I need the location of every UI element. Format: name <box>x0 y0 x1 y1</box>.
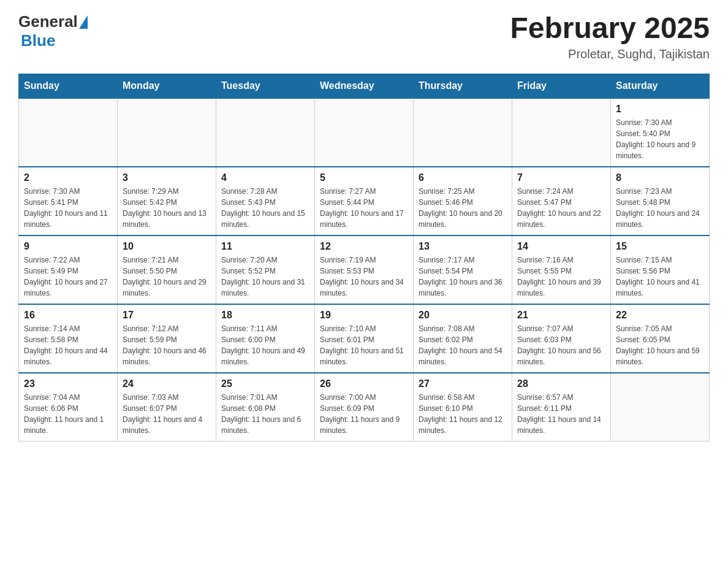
day-info: Sunrise: 7:17 AM Sunset: 5:54 PM Dayligh… <box>419 255 507 299</box>
day-number: 17 <box>123 310 211 321</box>
calendar-table: SundayMondayTuesdayWednesdayThursdayFrid… <box>18 74 710 442</box>
calendar-cell <box>19 98 118 167</box>
day-number: 18 <box>221 310 309 321</box>
weekday-header-tuesday: Tuesday <box>216 74 315 98</box>
calendar-cell: 5Sunrise: 7:27 AM Sunset: 5:44 PM Daylig… <box>315 167 414 236</box>
weekday-header-monday: Monday <box>118 74 216 98</box>
weekday-header-saturday: Saturday <box>611 74 710 98</box>
day-number: 5 <box>320 172 408 183</box>
day-number: 8 <box>616 172 704 183</box>
day-info: Sunrise: 7:20 AM Sunset: 5:52 PM Dayligh… <box>221 255 309 299</box>
day-number: 28 <box>517 378 605 389</box>
day-number: 27 <box>419 378 507 389</box>
day-info: Sunrise: 7:30 AM Sunset: 5:41 PM Dayligh… <box>24 186 112 230</box>
calendar-cell <box>315 98 414 167</box>
day-number: 9 <box>24 241 112 252</box>
day-info: Sunrise: 7:01 AM Sunset: 6:08 PM Dayligh… <box>221 392 309 436</box>
title-block: February 2025 Proletar, Sughd, Tajikista… <box>510 12 710 61</box>
day-number: 3 <box>123 172 211 183</box>
week-row-2: 2Sunrise: 7:30 AM Sunset: 5:41 PM Daylig… <box>19 167 710 236</box>
calendar-cell: 10Sunrise: 7:21 AM Sunset: 5:50 PM Dayli… <box>118 236 216 304</box>
calendar-cell <box>216 98 315 167</box>
day-number: 1 <box>616 104 704 115</box>
calendar-cell: 2Sunrise: 7:30 AM Sunset: 5:41 PM Daylig… <box>19 167 118 236</box>
weekday-header-row: SundayMondayTuesdayWednesdayThursdayFrid… <box>19 74 710 98</box>
day-info: Sunrise: 7:10 AM Sunset: 6:01 PM Dayligh… <box>320 323 408 367</box>
location-text: Proletar, Sughd, Tajikistan <box>510 47 710 61</box>
weekday-header-sunday: Sunday <box>19 74 118 98</box>
page-header: General Blue February 2025 Proletar, Sug… <box>18 12 710 61</box>
day-number: 2 <box>24 172 112 183</box>
day-info: Sunrise: 7:28 AM Sunset: 5:43 PM Dayligh… <box>221 186 309 230</box>
week-row-4: 16Sunrise: 7:14 AM Sunset: 5:58 PM Dayli… <box>19 304 710 373</box>
day-number: 24 <box>123 378 211 389</box>
logo: General Blue <box>18 12 88 50</box>
week-row-1: 1Sunrise: 7:30 AM Sunset: 5:40 PM Daylig… <box>19 98 710 167</box>
calendar-cell: 9Sunrise: 7:22 AM Sunset: 5:49 PM Daylig… <box>19 236 118 304</box>
calendar-cell: 26Sunrise: 7:00 AM Sunset: 6:09 PM Dayli… <box>315 373 414 442</box>
day-info: Sunrise: 7:24 AM Sunset: 5:47 PM Dayligh… <box>517 186 605 230</box>
day-number: 25 <box>221 378 309 389</box>
calendar-cell <box>611 373 710 442</box>
day-info: Sunrise: 7:07 AM Sunset: 6:03 PM Dayligh… <box>517 323 605 367</box>
day-info: Sunrise: 7:11 AM Sunset: 6:00 PM Dayligh… <box>221 323 309 367</box>
weekday-header-thursday: Thursday <box>414 74 512 98</box>
calendar-cell: 12Sunrise: 7:19 AM Sunset: 5:53 PM Dayli… <box>315 236 414 304</box>
calendar-cell: 8Sunrise: 7:23 AM Sunset: 5:48 PM Daylig… <box>611 167 710 236</box>
day-info: Sunrise: 7:30 AM Sunset: 5:40 PM Dayligh… <box>616 117 704 161</box>
day-info: Sunrise: 7:03 AM Sunset: 6:07 PM Dayligh… <box>123 392 211 436</box>
day-number: 20 <box>419 310 507 321</box>
calendar-cell: 14Sunrise: 7:16 AM Sunset: 5:55 PM Dayli… <box>512 236 611 304</box>
calendar-cell: 11Sunrise: 7:20 AM Sunset: 5:52 PM Dayli… <box>216 236 315 304</box>
logo-triangle-icon <box>79 15 88 29</box>
calendar-cell <box>118 98 216 167</box>
month-title: February 2025 <box>510 12 710 45</box>
calendar-cell: 17Sunrise: 7:12 AM Sunset: 5:59 PM Dayli… <box>118 304 216 373</box>
calendar-cell: 27Sunrise: 6:58 AM Sunset: 6:10 PM Dayli… <box>414 373 512 442</box>
logo-blue-text: Blue <box>21 31 55 50</box>
day-info: Sunrise: 6:57 AM Sunset: 6:11 PM Dayligh… <box>517 392 605 436</box>
day-info: Sunrise: 6:58 AM Sunset: 6:10 PM Dayligh… <box>419 392 507 436</box>
day-number: 7 <box>517 172 605 183</box>
day-info: Sunrise: 7:14 AM Sunset: 5:58 PM Dayligh… <box>24 323 112 367</box>
day-number: 22 <box>616 310 704 321</box>
day-info: Sunrise: 7:00 AM Sunset: 6:09 PM Dayligh… <box>320 392 408 436</box>
day-number: 11 <box>221 241 309 252</box>
calendar-cell: 15Sunrise: 7:15 AM Sunset: 5:56 PM Dayli… <box>611 236 710 304</box>
calendar-cell: 22Sunrise: 7:05 AM Sunset: 6:05 PM Dayli… <box>611 304 710 373</box>
day-info: Sunrise: 7:04 AM Sunset: 6:06 PM Dayligh… <box>24 392 112 436</box>
day-number: 16 <box>24 310 112 321</box>
day-info: Sunrise: 7:15 AM Sunset: 5:56 PM Dayligh… <box>616 255 704 299</box>
day-info: Sunrise: 7:23 AM Sunset: 5:48 PM Dayligh… <box>616 186 704 230</box>
day-info: Sunrise: 7:21 AM Sunset: 5:50 PM Dayligh… <box>123 255 211 299</box>
logo-general-text: General <box>18 12 78 31</box>
day-number: 21 <box>517 310 605 321</box>
day-number: 23 <box>24 378 112 389</box>
day-number: 14 <box>517 241 605 252</box>
calendar-cell: 7Sunrise: 7:24 AM Sunset: 5:47 PM Daylig… <box>512 167 611 236</box>
calendar-cell: 19Sunrise: 7:10 AM Sunset: 6:01 PM Dayli… <box>315 304 414 373</box>
day-info: Sunrise: 7:22 AM Sunset: 5:49 PM Dayligh… <box>24 255 112 299</box>
day-number: 4 <box>221 172 309 183</box>
day-info: Sunrise: 7:25 AM Sunset: 5:46 PM Dayligh… <box>419 186 507 230</box>
calendar-cell: 28Sunrise: 6:57 AM Sunset: 6:11 PM Dayli… <box>512 373 611 442</box>
calendar-cell: 6Sunrise: 7:25 AM Sunset: 5:46 PM Daylig… <box>414 167 512 236</box>
calendar-cell <box>512 98 611 167</box>
day-number: 6 <box>419 172 507 183</box>
day-info: Sunrise: 7:29 AM Sunset: 5:42 PM Dayligh… <box>123 186 211 230</box>
day-number: 15 <box>616 241 704 252</box>
calendar-cell: 23Sunrise: 7:04 AM Sunset: 6:06 PM Dayli… <box>19 373 118 442</box>
calendar-cell: 4Sunrise: 7:28 AM Sunset: 5:43 PM Daylig… <box>216 167 315 236</box>
calendar-cell: 3Sunrise: 7:29 AM Sunset: 5:42 PM Daylig… <box>118 167 216 236</box>
day-number: 13 <box>419 241 507 252</box>
calendar-cell: 1Sunrise: 7:30 AM Sunset: 5:40 PM Daylig… <box>611 98 710 167</box>
calendar-cell <box>414 98 512 167</box>
day-info: Sunrise: 7:19 AM Sunset: 5:53 PM Dayligh… <box>320 255 408 299</box>
calendar-cell: 20Sunrise: 7:08 AM Sunset: 6:02 PM Dayli… <box>414 304 512 373</box>
day-number: 26 <box>320 378 408 389</box>
weekday-header-friday: Friday <box>512 74 611 98</box>
week-row-3: 9Sunrise: 7:22 AM Sunset: 5:49 PM Daylig… <box>19 236 710 304</box>
day-info: Sunrise: 7:05 AM Sunset: 6:05 PM Dayligh… <box>616 323 704 367</box>
day-info: Sunrise: 7:08 AM Sunset: 6:02 PM Dayligh… <box>419 323 507 367</box>
day-number: 19 <box>320 310 408 321</box>
